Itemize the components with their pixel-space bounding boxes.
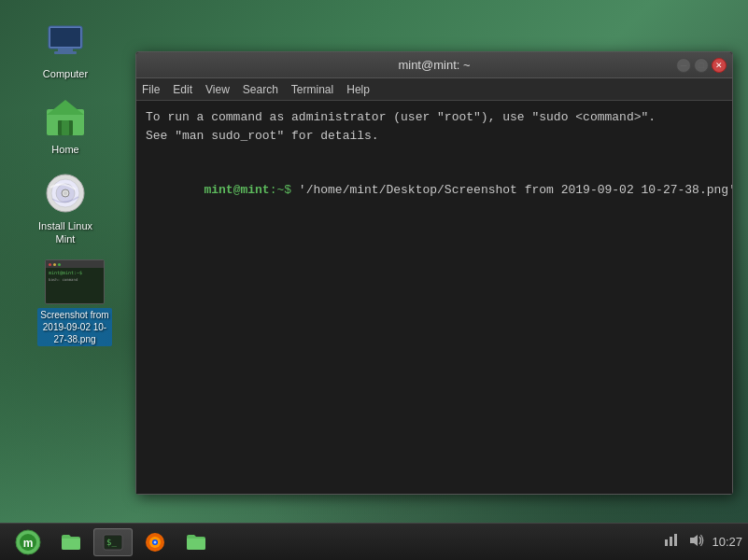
terminal-window: mint@mint: ~ ─ □ ✕ File Edit View Search…	[135, 51, 733, 495]
terminal-command: '/home/mint/Desktop/Screenshot from 2019…	[291, 183, 732, 197]
disc-icon-label: Install Linux Mint	[28, 219, 103, 246]
svg-text:$_: $_	[106, 538, 117, 547]
menu-help[interactable]: Help	[346, 83, 370, 96]
taskbar-clock[interactable]: 10:27	[712, 535, 742, 549]
desktop-icon-screenshot[interactable]: mint@mint:~$ bash: command Screenshot fr…	[28, 259, 121, 346]
desktop-icon-install-linux-mint[interactable]: Install Linux Mint	[28, 171, 103, 246]
terminal-window-controls: ─ □ ✕	[676, 58, 727, 73]
svg-marker-27	[690, 535, 698, 546]
taskbar-item-files2[interactable]	[177, 528, 215, 556]
maximize-button[interactable]: □	[694, 58, 709, 73]
taskbar-item-firefox[interactable]	[136, 528, 174, 556]
menu-file[interactable]: File	[142, 83, 160, 96]
desktop: Computer Home	[0, 0, 748, 560]
menu-view[interactable]: View	[205, 83, 230, 96]
disc-icon-image	[43, 171, 88, 216]
svg-point-13	[64, 191, 67, 195]
svg-rect-26	[674, 534, 677, 546]
svg-rect-8	[62, 120, 69, 135]
svg-rect-4	[54, 51, 77, 54]
system-tray: 10:27	[663, 532, 742, 552]
terminal-warning-line1: To run a command as administrator (user …	[146, 108, 723, 127]
svg-marker-6	[47, 100, 84, 115]
menu-edit[interactable]: Edit	[173, 83, 192, 96]
desktop-icons: Computer Home	[28, 19, 121, 346]
terminal-title: mint@mint: ~	[398, 58, 470, 72]
svg-text:m: m	[23, 537, 34, 550]
menu-search[interactable]: Search	[243, 83, 278, 96]
menu-terminal[interactable]: Terminal	[291, 83, 333, 96]
terminal-warning-line2: See "man sudo_root" for details.	[146, 127, 723, 146]
terminal-prompt-user: mint@mint	[204, 183, 269, 197]
taskbar-mint-logo[interactable]: m	[7, 528, 49, 556]
terminal-menubar: File Edit View Search Terminal Help	[136, 78, 732, 101]
network-tray-icon[interactable]	[663, 532, 680, 552]
desktop-icon-computer[interactable]: Computer	[28, 19, 103, 80]
svg-rect-25	[670, 537, 672, 546]
desktop-icon-home[interactable]: Home	[28, 94, 103, 156]
minimize-button[interactable]: ─	[676, 58, 691, 73]
close-button[interactable]: ✕	[712, 58, 727, 73]
taskbar-item-files1[interactable]	[52, 528, 90, 556]
terminal-titlebar: mint@mint: ~ ─ □ ✕	[136, 52, 732, 78]
taskbar-item-terminal[interactable]: $_	[93, 528, 133, 556]
taskbar: m $_	[0, 523, 748, 560]
terminal-content[interactable]: To run a command as administrator (user …	[136, 101, 732, 494]
computer-icon-label: Computer	[43, 67, 88, 80]
home-icon-label: Home	[51, 143, 78, 156]
terminal-prompt-dir: :~$	[270, 183, 291, 197]
svg-rect-3	[58, 49, 73, 51]
screenshot-icon-label: Screenshot from 2019-09-02 10- 27-38.png	[37, 308, 111, 346]
computer-icon-image	[43, 19, 88, 63]
svg-rect-24	[665, 539, 668, 546]
svg-rect-2	[50, 28, 80, 47]
svg-point-23	[154, 540, 157, 543]
screenshot-icon-image: mint@mint:~$ bash: command	[45, 259, 105, 304]
volume-tray-icon[interactable]	[687, 532, 704, 552]
terminal-blank-line	[146, 145, 723, 163]
home-icon-image	[43, 94, 88, 139]
terminal-prompt-line: mint@mint:~$ '/home/mint/Desktop/Screens…	[146, 163, 723, 218]
